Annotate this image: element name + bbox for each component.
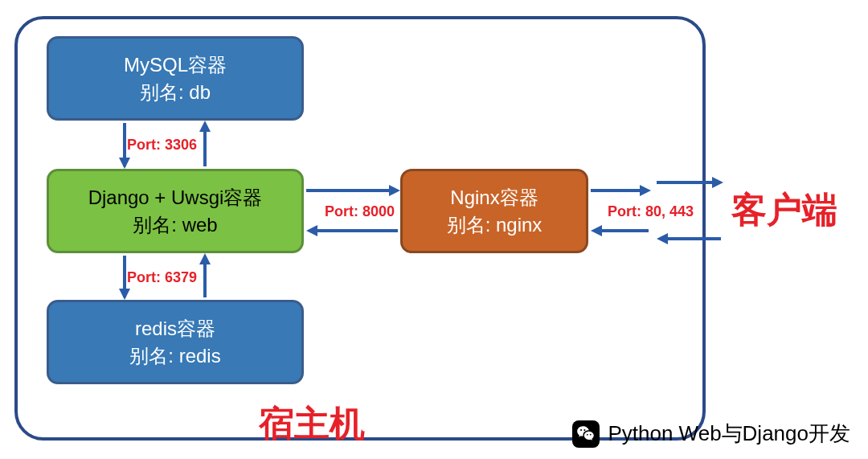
nginx-alias: 别名: nginx (447, 211, 542, 239)
mysql-container-box: MySQL容器 别名: db (47, 36, 304, 121)
redis-container-box: redis容器 别名: redis (47, 300, 304, 384)
redis-title: redis容器 (135, 315, 215, 342)
mysql-title: MySQL容器 (124, 51, 227, 79)
host-label: 宿主机 (259, 400, 365, 448)
redis-alias: 别名: redis (129, 342, 220, 370)
port-label-mysql: Port: 3306 (127, 137, 197, 154)
port-label-redis: Port: 6379 (127, 269, 197, 286)
web-title: Django + Uwsgi容器 (88, 184, 263, 211)
web-container-box: Django + Uwsgi容器 别名: web (47, 169, 304, 253)
footer-text: Python Web与Django开发 (608, 420, 850, 448)
wechat-icon (572, 420, 600, 448)
web-alias: 别名: web (133, 211, 217, 239)
client-label: 客户端 (731, 186, 837, 234)
nginx-container-box: Nginx容器 别名: nginx (400, 169, 588, 253)
nginx-title: Nginx容器 (450, 184, 538, 211)
mysql-alias: 别名: db (140, 79, 211, 106)
port-label-nginx-web: Port: 8000 (325, 203, 395, 220)
svg-marker-17 (712, 177, 723, 188)
footer-credit: Python Web与Django开发 (572, 420, 850, 448)
port-label-client: Port: 80, 443 (608, 203, 694, 220)
